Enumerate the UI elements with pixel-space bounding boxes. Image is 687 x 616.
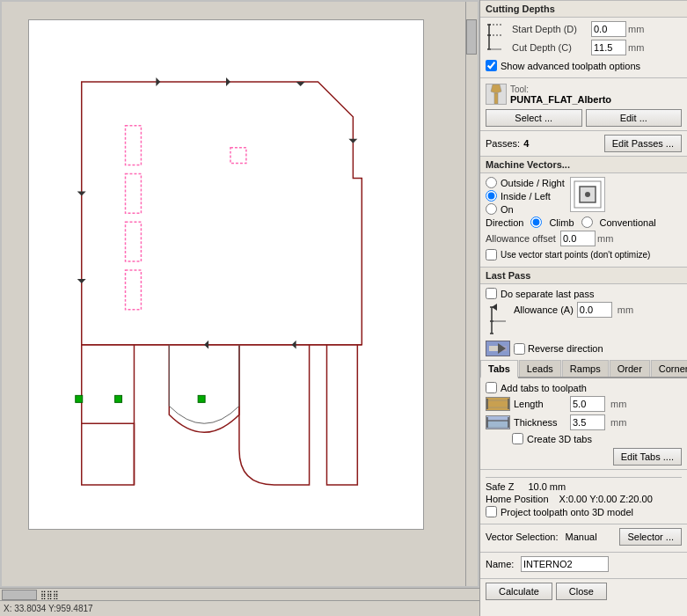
selector-button[interactable]: Selector ... — [619, 528, 682, 546]
add-tabs-checkbox[interactable] — [486, 382, 497, 393]
use-vector-label: Use vector start points (don't optimize) — [501, 250, 650, 260]
tab-order[interactable]: Order — [610, 360, 650, 377]
tab-corners[interactable]: Corners — [651, 360, 687, 377]
show-advanced-label: Show advanced toolpath options — [501, 61, 640, 71]
reverse-icon — [486, 341, 510, 356]
machine-vectors-header: Machine Vectors... — [480, 156, 687, 173]
length-input[interactable] — [570, 396, 605, 412]
add-tabs-label: Add tabs to toolpath — [501, 383, 587, 393]
close-button[interactable]: Close — [556, 583, 607, 600]
climb-radio[interactable] — [530, 216, 542, 228]
calculate-button[interactable]: Calculate — [486, 583, 552, 600]
use-vector-checkbox[interactable] — [486, 249, 497, 260]
svg-rect-16 — [198, 395, 205, 402]
svg-rect-15 — [115, 395, 122, 402]
edit-tool-button[interactable]: Edit ... — [586, 109, 683, 127]
do-separate-checkbox[interactable] — [486, 288, 497, 299]
depth-fields: Start Depth (D) mm Cut Depth (C) mm — [512, 21, 644, 58]
start-depth-unit: mm — [628, 24, 644, 34]
edit-passes-button[interactable]: Edit Passes ... — [604, 135, 682, 152]
svg-marker-37 — [498, 343, 506, 354]
length-row: Length mm — [486, 396, 682, 412]
thickness-input[interactable] — [570, 414, 605, 430]
edit-tabs-button[interactable]: Edit Tabs .... — [613, 448, 682, 466]
last-pass-content: Do separate last pass Allowance (A) — [480, 284, 687, 360]
conventional-label: Conventional — [600, 217, 656, 228]
name-section: Name: — [480, 552, 687, 578]
thickness-unit: mm — [610, 417, 626, 428]
tab-leads[interactable]: Leads — [519, 360, 561, 377]
passes-value: 4 — [523, 138, 529, 149]
home-position-row: Home Position X:0.00 Y:0.00 Z:20.00 — [486, 494, 682, 504]
allowance-row: Allowance offset mm — [486, 231, 682, 246]
tool-label: Tool: — [510, 84, 611, 94]
lp-unit: mm — [618, 304, 633, 315]
canvas-viewport[interactable] — [2, 2, 478, 586]
safe-z-section: Safe Z 10.0 mm Home Position X:0.00 Y:0.… — [480, 469, 687, 524]
outside-right-radio[interactable] — [486, 177, 497, 188]
show-advanced-checkbox[interactable] — [486, 60, 497, 71]
length-icon — [486, 397, 510, 411]
scrollbar-label: ⣿⣿⣿ — [40, 590, 59, 599]
canvas-white — [28, 19, 424, 530]
passes-section: Passes: 4 Edit Passes ... — [480, 130, 687, 156]
create-3d-checkbox[interactable] — [512, 433, 523, 444]
scrollbar-right[interactable] — [465, 2, 478, 586]
vector-selection-row: Vector Selection: Manual Selector ... — [486, 528, 682, 546]
allowance-offset-label: Allowance offset — [486, 233, 560, 244]
machine-vectors-inner: Outside / Right Inside / Left On — [486, 177, 682, 216]
safe-z-label: Safe Z — [486, 481, 514, 492]
lp-allowance-input[interactable] — [577, 302, 612, 318]
svg-rect-41 — [487, 421, 508, 428]
svg-rect-25 — [494, 93, 498, 104]
tab-tabs[interactable]: Tabs — [480, 360, 518, 378]
vector-preview-icon — [570, 177, 605, 212]
svg-rect-0 — [29, 20, 423, 528]
tool-buttons: Select ... Edit ... — [486, 109, 682, 127]
do-separate-row: Do separate last pass — [486, 288, 682, 299]
coordinates-text: X: 33.8034 Y:959.4817 — [4, 604, 93, 613]
safe-z-value: 10.0 mm — [528, 481, 566, 492]
tool-row-inner: Tool: PUNTA_FLAT_Alberto — [486, 84, 682, 105]
use-vector-row: Use vector start points (don't optimize) — [486, 249, 682, 260]
direction-row: Direction Climb Conventional — [486, 216, 682, 228]
svg-rect-38 — [487, 400, 508, 407]
passes-row: Passes: 4 Edit Passes ... — [486, 135, 682, 152]
svg-rect-14 — [76, 395, 83, 402]
svg-point-28 — [585, 192, 590, 197]
vector-selection-section: Vector Selection: Manual Selector ... — [480, 524, 687, 552]
passes-label: Passes: — [486, 138, 520, 149]
name-input[interactable] — [521, 556, 609, 572]
last-pass-icon — [486, 302, 510, 339]
depth-icon — [486, 21, 505, 53]
outside-right-label: Outside / Right — [501, 178, 565, 188]
svg-marker-24 — [491, 84, 501, 93]
on-radio[interactable] — [486, 203, 497, 215]
thickness-icon — [486, 415, 510, 429]
do-separate-label: Do separate last pass — [501, 289, 594, 299]
project-toolpath-row: Project toolpath onto 3D model — [486, 506, 682, 517]
start-depth-label: Start Depth (D) — [512, 24, 591, 34]
status-bar: X: 33.8034 Y:959.4817 — [0, 600, 479, 616]
conventional-radio[interactable] — [581, 216, 593, 228]
project-toolpath-checkbox[interactable] — [486, 506, 497, 517]
svg-rect-35 — [489, 346, 498, 351]
machine-vectors-content: Outside / Right Inside / Left On — [480, 173, 687, 267]
start-depth-input[interactable] — [591, 21, 626, 37]
last-pass-fields: Allowance (A) mm — [514, 302, 633, 319]
tab-ramps[interactable]: Ramps — [562, 360, 609, 377]
project-toolpath-label: Project toolpath onto 3D model — [501, 507, 633, 517]
cut-depth-input[interactable] — [591, 40, 626, 55]
select-tool-button[interactable]: Select ... — [486, 109, 582, 127]
name-label: Name: — [486, 559, 521, 569]
allowance-offset-input[interactable] — [560, 231, 596, 246]
toolpath-svg — [29, 20, 423, 529]
last-pass-detail: Allowance (A) mm — [486, 302, 682, 339]
tabs-panel-content: Add tabs to toolpath Length mm — [480, 378, 687, 469]
cut-depth-label: Cut Depth (C) — [512, 42, 591, 53]
reverse-checkbox-row: Reverse direction — [514, 343, 603, 355]
add-tabs-row: Add tabs to toolpath — [486, 382, 682, 393]
reverse-direction-checkbox[interactable] — [514, 343, 525, 355]
inside-left-radio[interactable] — [486, 190, 497, 202]
scrollbar-bottom[interactable]: ⣿⣿⣿ — [0, 588, 479, 600]
